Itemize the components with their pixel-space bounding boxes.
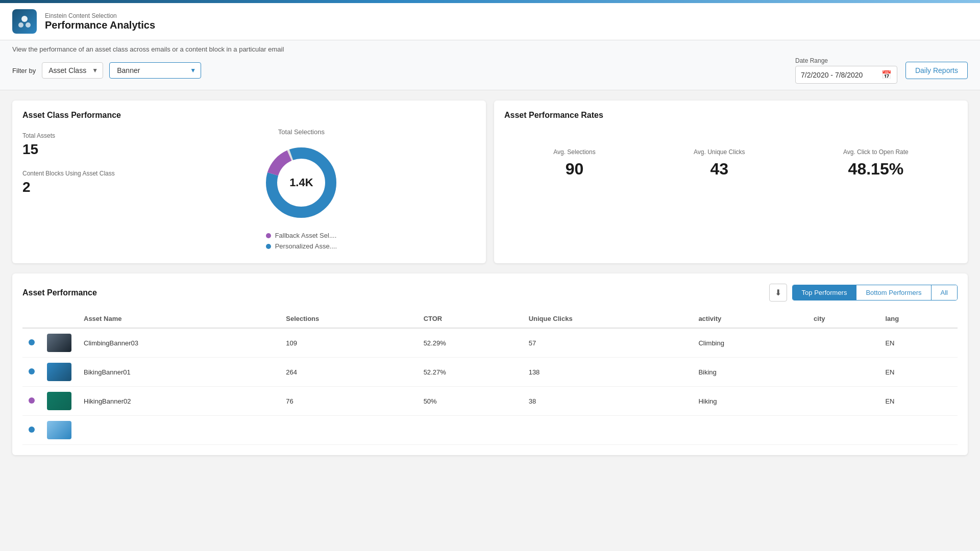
- asset-class-performance-card: Asset Class Performance Total Assets 15 …: [12, 101, 486, 263]
- download-icon: ⬇: [775, 288, 781, 297]
- legend-dot-fallback: [266, 233, 271, 238]
- filter-by-select-wrapper: Asset Class ▼: [42, 62, 103, 79]
- avg-selections-value: 90: [553, 160, 596, 179]
- filter-controls: Filter by Asset Class ▼ Banner ▼: [12, 62, 201, 79]
- row-ctor: 52.29%: [418, 328, 523, 358]
- row-indicator: [29, 397, 35, 404]
- asset-class-card-title: Asset Class Performance: [22, 111, 476, 120]
- row-indicator-cell: [22, 328, 41, 358]
- date-range-value: 7/2/2020 - 7/8/2020: [801, 71, 863, 79]
- row-asset-name: [78, 416, 280, 445]
- avg-selections-stat: Avg. Selections 90: [553, 148, 596, 179]
- asset-perf-title: Asset Performance: [22, 288, 97, 297]
- svg-point-1: [18, 22, 23, 28]
- rates-inner: Avg. Selections 90 Avg. Unique Clicks 43…: [504, 128, 958, 179]
- avg-ctor-label: Avg. Click to Open Rate: [843, 148, 909, 156]
- top-performers-button[interactable]: Top Performers: [793, 285, 857, 300]
- total-assets-stat: Total Assets 15: [22, 132, 115, 158]
- row-lang: EN: [879, 328, 958, 358]
- col-selections: Selections: [280, 310, 417, 328]
- table-row: HikingBanner02 76 50% 38 Hiking EN: [22, 387, 958, 416]
- date-range-label: Date Range: [795, 57, 897, 64]
- row-asset-name: BikingBanner01: [78, 358, 280, 387]
- col-activity: activity: [692, 310, 807, 328]
- row-indicator: [29, 368, 35, 374]
- bottom-performers-button[interactable]: Bottom Performers: [856, 285, 931, 300]
- row-ctor: 52.27%: [418, 358, 523, 387]
- row-activity: Climbing: [692, 328, 807, 358]
- app-header: Einstein Content Selection Performance A…: [0, 3, 980, 40]
- svg-point-0: [21, 16, 28, 22]
- legend-item-personalized: Personalized Asse....: [266, 242, 337, 250]
- asset-rates-card-title: Asset Performance Rates: [504, 111, 958, 120]
- row-selections: [280, 416, 417, 445]
- row-city: [807, 387, 879, 416]
- col-lang: lang: [879, 310, 958, 328]
- row-thumbnail-cell: [41, 358, 78, 387]
- avg-ctor-stat: Avg. Click to Open Rate 48.15%: [843, 148, 909, 179]
- asset-stats: Total Assets 15 Content Blocks Using Ass…: [22, 128, 115, 195]
- asset-thumbnail: [47, 392, 71, 410]
- app-title: Performance Analytics: [45, 19, 155, 31]
- asset-thumbnail: [47, 421, 71, 439]
- asset-class-inner: Total Assets 15 Content Blocks Using Ass…: [22, 128, 476, 253]
- banner-dropdown-wrapper: Banner ▼: [109, 62, 201, 79]
- row-lang: EN: [879, 358, 958, 387]
- content-blocks-value: 2: [22, 179, 115, 195]
- download-button[interactable]: ⬇: [769, 284, 787, 302]
- table-header-row: Asset Name Selections CTOR Unique Clicks…: [22, 310, 958, 328]
- donut-chart: 1.4K: [260, 142, 342, 223]
- row-unique-clicks: [523, 416, 693, 445]
- avg-selections-label: Avg. Selections: [553, 148, 596, 156]
- row-indicator-cell: [22, 387, 41, 416]
- row-selections: 264: [280, 358, 417, 387]
- row-indicator-cell: [22, 416, 41, 445]
- filter-right-controls: Date Range 7/2/2020 - 7/8/2020 📅 Daily R…: [795, 57, 968, 84]
- asset-perf-header: Asset Performance ⬇ Top Performers Botto…: [22, 284, 958, 302]
- filter-by-label: Filter by: [12, 67, 36, 74]
- filter-bottom-row: Filter by Asset Class ▼ Banner ▼ Date Ra…: [0, 53, 980, 90]
- table-row: [22, 416, 958, 445]
- all-performers-button[interactable]: All: [932, 285, 957, 300]
- row-thumbnail-cell: [41, 387, 78, 416]
- table-row: BikingBanner01 264 52.27% 138 Biking EN: [22, 358, 958, 387]
- col-unique-clicks: Unique Clicks: [523, 310, 693, 328]
- avg-ctor-value: 48.15%: [843, 160, 909, 179]
- legend-label-fallback: Fallback Asset Sel....: [275, 232, 337, 239]
- calendar-icon[interactable]: 📅: [881, 70, 892, 80]
- row-activity: [692, 416, 807, 445]
- row-indicator: [29, 427, 35, 433]
- row-thumbnail-cell: [41, 416, 78, 445]
- main-content: Asset Class Performance Total Assets 15 …: [0, 90, 980, 465]
- row-indicator-cell: [22, 358, 41, 387]
- row-city: [807, 328, 879, 358]
- filter-by-select[interactable]: Asset Class: [42, 62, 103, 79]
- row-thumbnail-cell: [41, 328, 78, 358]
- asset-thumbnail: [47, 363, 71, 381]
- row-indicator: [29, 339, 35, 345]
- perf-controls: ⬇ Top Performers Bottom Performers All: [769, 284, 958, 302]
- performers-toggle-group: Top Performers Bottom Performers All: [792, 285, 958, 300]
- row-city: [807, 358, 879, 387]
- legend-dot-personalized: [266, 244, 271, 249]
- avg-unique-clicks-label: Avg. Unique Clicks: [694, 148, 745, 156]
- donut-title: Total Selections: [278, 128, 325, 136]
- row-selections: 76: [280, 387, 417, 416]
- total-assets-label: Total Assets: [22, 132, 115, 139]
- row-ctor: 50%: [418, 387, 523, 416]
- row-activity: Biking: [692, 358, 807, 387]
- row-lang: [879, 416, 958, 445]
- row-unique-clicks: 138: [523, 358, 693, 387]
- asset-performance-rates-card: Asset Performance Rates Avg. Selections …: [494, 101, 968, 263]
- asset-performance-card: Asset Performance ⬇ Top Performers Botto…: [12, 273, 968, 455]
- date-range-input[interactable]: 7/2/2020 - 7/8/2020 📅: [795, 66, 897, 84]
- svg-point-2: [26, 22, 31, 28]
- content-blocks-label: Content Blocks Using Asset Class: [22, 170, 115, 177]
- daily-reports-button[interactable]: Daily Reports: [905, 62, 968, 79]
- banner-dropdown-button[interactable]: Banner: [109, 62, 201, 79]
- app-subtitle: Einstein Content Selection: [45, 12, 155, 19]
- legend-item-fallback: Fallback Asset Sel....: [266, 232, 337, 239]
- row-asset-name: HikingBanner02: [78, 387, 280, 416]
- filter-bar-wrapper: View the performance of an asset class a…: [0, 40, 980, 90]
- row-asset-name: ClimbingBanner03: [78, 328, 280, 358]
